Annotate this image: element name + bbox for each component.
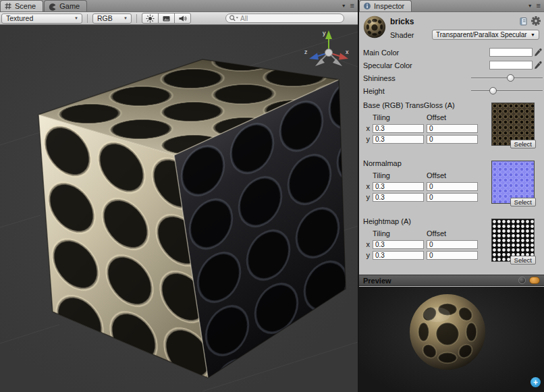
- base-map-section: Base (RGB) TransGloss (A) Tiling Offset …: [359, 101, 544, 150]
- image-icon: [162, 14, 171, 23]
- inspector-pane: Inspector ▼ ≡ bricks Shader Transparent/…: [359, 0, 544, 392]
- tiling-x-field[interactable]: [373, 182, 424, 191]
- tab-game[interactable]: Game: [44, 0, 87, 11]
- cube-object[interactable]: [38, 59, 346, 378]
- height-label: Height: [363, 87, 471, 95]
- preview-light-toggle-icon[interactable]: [529, 277, 540, 284]
- specular-color-swatch[interactable]: [489, 61, 533, 69]
- game-icon: [48, 2, 57, 11]
- scene-pane-dropdown-icon[interactable]: ▼: [342, 3, 346, 8]
- offset-header: Offset: [427, 171, 478, 179]
- audio-toggle[interactable]: [174, 13, 191, 24]
- x-label: x: [363, 182, 370, 190]
- material-preview-icon: [363, 16, 386, 38]
- color-mode-value: RGB: [97, 14, 113, 22]
- tiling-x-field[interactable]: [373, 240, 424, 249]
- x-label: x: [363, 124, 370, 132]
- sun-icon: [146, 14, 155, 23]
- specular-color-row: Specular Color: [359, 59, 544, 72]
- offset-y-field[interactable]: [427, 251, 478, 260]
- preview-header[interactable]: Preview: [359, 275, 544, 286]
- gizmo-z-axis[interactable]: [309, 53, 319, 60]
- normalmap-thumbnail[interactable]: Select: [491, 161, 535, 204]
- inspector-info-icon: [363, 2, 371, 10]
- scene-tabstrip: Scene Game ▼ ≡: [0, 0, 358, 12]
- main-color-swatch[interactable]: [489, 48, 533, 57]
- gizmo-center[interactable]: [325, 49, 333, 57]
- tab-game-label: Game: [59, 2, 80, 10]
- speaker-icon: [178, 14, 187, 23]
- offset-y-field[interactable]: [427, 135, 478, 144]
- tiling-header: Tiling: [373, 171, 424, 179]
- main-color-label: Main Color: [363, 49, 489, 57]
- chevron-down-icon: ▼: [74, 16, 78, 20]
- draw-mode-dropdown[interactable]: Textured ▼: [1, 13, 82, 24]
- x-label: x: [363, 240, 370, 248]
- slider-knob[interactable]: [507, 74, 514, 82]
- scene-viewport[interactable]: y x z: [0, 25, 358, 392]
- slider-knob[interactable]: [489, 87, 497, 94]
- normalmap-select-button[interactable]: Select: [510, 198, 536, 206]
- shininess-slider[interactable]: [471, 74, 543, 83]
- tab-inspector[interactable]: Inspector: [359, 0, 412, 11]
- draw-mode-value: Textured: [6, 14, 33, 22]
- toolbar-divider: [136, 14, 137, 23]
- lighting-toggle[interactable]: [142, 13, 159, 24]
- shininess-row: Shininess: [359, 72, 544, 84]
- search-icon: [229, 14, 239, 22]
- unity-editor-window: Scene Game ▼ ≡ Textured ▼ RGB ▼: [0, 0, 544, 392]
- gizmo-axis-gray-cone[interactable]: [315, 59, 325, 66]
- tiling-y-field[interactable]: [373, 193, 424, 202]
- preview-sphere-toggle-icon[interactable]: [518, 277, 526, 284]
- gizmo-y-axis[interactable]: [325, 30, 332, 39]
- specular-color-label: Specular Color: [363, 61, 489, 69]
- orientation-gizmo[interactable]: y x z: [304, 30, 349, 66]
- eyedropper-icon[interactable]: [534, 61, 543, 70]
- shader-value: Transparent/Parallax Specular: [436, 31, 527, 38]
- shader-label: Shader: [390, 31, 432, 39]
- offset-x-field[interactable]: [427, 182, 478, 191]
- preview-sphere[interactable]: [408, 292, 487, 372]
- scene-pane-menu-icon[interactable]: ≡: [350, 2, 354, 9]
- slider-track: [471, 90, 543, 92]
- height-slider[interactable]: [471, 86, 543, 96]
- y-label: y: [363, 193, 370, 201]
- gizmo-z-label: z: [304, 49, 308, 55]
- inspector-pane-dropdown-icon[interactable]: ▼: [528, 3, 533, 8]
- y-label: y: [363, 135, 370, 143]
- gizmo-y-label: y: [323, 30, 326, 36]
- add-icon[interactable]: +: [531, 377, 541, 387]
- help-icon[interactable]: [519, 17, 528, 26]
- preview-area[interactable]: +: [359, 287, 544, 392]
- eyedropper-icon[interactable]: [534, 48, 543, 57]
- heightmap-thumbnail[interactable]: Select: [491, 219, 535, 262]
- inspector-pane-menu-icon[interactable]: ≡: [537, 2, 541, 9]
- tab-scene-label: Scene: [15, 2, 36, 10]
- gizmo-x-label: x: [346, 49, 349, 55]
- shader-dropdown[interactable]: Transparent/Parallax Specular ▼: [432, 30, 539, 40]
- tab-scene[interactable]: Scene: [0, 0, 43, 11]
- heightmap-section: Heightmap (A) Tiling Offset x y: [359, 217, 544, 266]
- scene-search[interactable]: [225, 13, 344, 23]
- offset-x-field[interactable]: [427, 240, 478, 249]
- color-mode-dropdown[interactable]: RGB ▼: [92, 13, 132, 24]
- offset-x-field[interactable]: [427, 124, 478, 133]
- base-select-button[interactable]: Select: [510, 140, 536, 148]
- heightmap-select-button[interactable]: Select: [510, 256, 536, 264]
- preview-title: Preview: [363, 277, 391, 285]
- gizmo-axis-gray-cone[interactable]: [333, 59, 342, 66]
- inspector-body: bricks Shader Transparent/Parallax Specu…: [359, 12, 544, 275]
- tiling-x-field[interactable]: [373, 124, 424, 133]
- offset-y-field[interactable]: [427, 193, 478, 202]
- base-texture-thumbnail[interactable]: Select: [491, 103, 535, 146]
- main-color-row: Main Color: [359, 46, 544, 59]
- shininess-label: Shininess: [363, 74, 471, 82]
- height-row: Height: [359, 84, 544, 97]
- gear-icon[interactable]: [531, 16, 541, 26]
- inspector-tabstrip: Inspector ▼ ≡: [359, 0, 544, 12]
- search-input[interactable]: [240, 15, 339, 22]
- tiling-y-field[interactable]: [373, 135, 424, 144]
- skybox-toggle[interactable]: [158, 13, 175, 24]
- scene-pane: Scene Game ▼ ≡ Textured ▼ RGB ▼: [0, 0, 358, 392]
- tiling-y-field[interactable]: [373, 251, 424, 260]
